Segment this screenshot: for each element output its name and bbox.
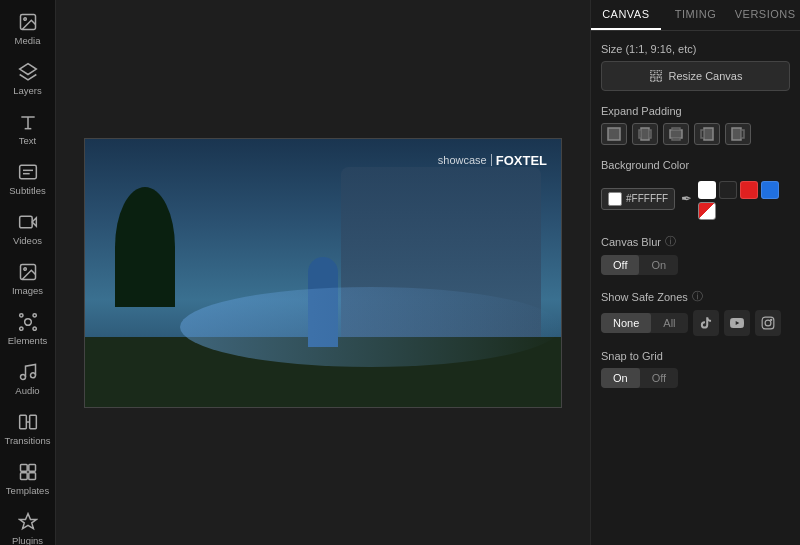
watermark-divider <box>491 154 492 166</box>
canvas-blur-toggle: Off On <box>601 255 678 275</box>
color-hex-text: #FFFFFF <box>626 193 668 204</box>
watermark-foxtel: FOXTEL <box>496 153 547 168</box>
sidebar-label-subtitles: Subtitles <box>9 185 45 196</box>
swatch-diagonal[interactable] <box>698 202 716 220</box>
sidebar-item-transitions[interactable]: Transitions <box>0 404 55 454</box>
svg-point-1 <box>23 18 25 20</box>
sidebar-label-templates: Templates <box>6 485 49 496</box>
swatch-blue[interactable] <box>761 181 779 199</box>
expand-icon-1[interactable] <box>632 123 658 145</box>
canvas-blur-on-button[interactable]: On <box>639 255 678 275</box>
music-icon <box>18 362 38 382</box>
svg-point-45 <box>765 320 771 326</box>
scene-tree <box>115 187 175 307</box>
svg-rect-30 <box>657 71 661 75</box>
svg-point-12 <box>23 268 25 271</box>
svg-rect-41 <box>701 130 704 138</box>
background-color-section: Background Color #FFFFFF ✒ <box>601 159 790 220</box>
svg-rect-24 <box>28 465 35 472</box>
canvas-preview[interactable]: showcase FOXTEL <box>84 138 562 408</box>
svg-rect-26 <box>28 473 35 480</box>
resize-icon <box>649 69 663 83</box>
swatch-white[interactable] <box>698 181 716 199</box>
expand-sides-icon <box>638 127 652 141</box>
safe-zone-youtube-icon[interactable] <box>724 310 750 336</box>
sidebar-label-images: Images <box>12 285 43 296</box>
sidebar-item-elements[interactable]: Elements <box>0 304 55 354</box>
photo-icon <box>18 262 38 282</box>
background-color-label: Background Color <box>601 159 790 171</box>
svg-rect-9 <box>19 216 32 228</box>
color-swatch-white <box>608 192 622 206</box>
svg-marker-2 <box>19 64 36 75</box>
preset-color-swatches <box>698 181 790 220</box>
eyedropper-icon[interactable]: ✒ <box>681 191 692 206</box>
svg-rect-20 <box>19 415 26 428</box>
canvas-blur-help-icon[interactable]: ⓘ <box>665 234 676 249</box>
svg-point-17 <box>33 327 36 330</box>
snap-off-button[interactable]: Off <box>640 368 678 388</box>
svg-rect-29 <box>650 71 654 75</box>
sidebar-item-media[interactable]: Media <box>0 4 55 54</box>
snap-on-button[interactable]: On <box>601 368 640 388</box>
expand-icon-3[interactable] <box>694 123 720 145</box>
sidebar-label-plugins: Plugins <box>12 535 43 545</box>
tab-versions[interactable]: VERSIONS <box>730 0 800 30</box>
expand-right-icon <box>731 127 745 141</box>
expand-icon-2[interactable] <box>663 123 689 145</box>
expand-padding-label: Expand Padding <box>601 105 790 117</box>
tab-timing[interactable]: TIMING <box>661 0 731 30</box>
expand-padding-section: Expand Padding <box>601 105 790 145</box>
safe-zone-all-button[interactable]: All <box>651 313 687 333</box>
sidebar-item-images[interactable]: Images <box>0 254 55 304</box>
expand-icon-0[interactable] <box>601 123 627 145</box>
sidebar-item-plugins[interactable]: Plugins <box>0 504 55 545</box>
watermark: showcase FOXTEL <box>438 153 547 168</box>
expand-fill-icon <box>607 127 621 141</box>
sidebar-item-audio[interactable]: Audio <box>0 354 55 404</box>
snap-to-grid-section: Snap to Grid On Off <box>601 350 790 388</box>
svg-rect-33 <box>608 128 620 140</box>
safe-zones-label: Show Safe Zones <box>601 291 688 303</box>
canvas-blur-off-button[interactable]: Off <box>601 255 639 275</box>
right-panel: CANVAS TIMING VERSIONS Size (1:1, 9:16, … <box>590 0 800 545</box>
safe-zone-toggle: None All <box>601 313 688 333</box>
plugins-icon <box>18 512 38 532</box>
image-icon <box>18 12 38 32</box>
safe-zone-tiktok-icon[interactable] <box>693 310 719 336</box>
color-hex-picker[interactable]: #FFFFFF <box>601 188 675 210</box>
canvas-blur-label: Canvas Blur <box>601 236 661 248</box>
elements-icon <box>18 312 38 332</box>
swatch-black[interactable] <box>719 181 737 199</box>
sidebar: Media Layers Text Subtitles Videos Image… <box>0 0 56 545</box>
sidebar-item-subtitles[interactable]: Subtitles <box>0 154 55 204</box>
safe-zones-row: Show Safe Zones ⓘ <box>601 289 790 304</box>
safe-zones-controls: None All <box>601 310 790 336</box>
sidebar-label-transitions: Transitions <box>4 435 50 446</box>
svg-point-14 <box>19 314 22 317</box>
panel-tabs: CANVAS TIMING VERSIONS <box>591 0 800 31</box>
swatch-red[interactable] <box>740 181 758 199</box>
transitions-icon <box>18 412 38 432</box>
expand-icon-4[interactable] <box>725 123 751 145</box>
safe-zones-help-icon[interactable]: ⓘ <box>692 289 703 304</box>
resize-canvas-button[interactable]: Resize Canvas <box>601 61 790 91</box>
sidebar-label-audio: Audio <box>15 385 39 396</box>
tab-canvas[interactable]: CANVAS <box>591 0 661 30</box>
sidebar-item-text[interactable]: Text <box>0 104 55 154</box>
sidebar-item-videos[interactable]: Videos <box>0 204 55 254</box>
scene-smoke <box>180 287 561 367</box>
sidebar-item-layers[interactable]: Layers <box>0 54 55 104</box>
svg-point-46 <box>770 319 771 320</box>
svg-point-15 <box>33 314 36 317</box>
expand-padding-icons <box>601 123 790 145</box>
svg-rect-43 <box>741 130 744 138</box>
safe-zone-none-button[interactable]: None <box>601 313 651 333</box>
canvas-area: showcase FOXTEL <box>56 0 590 545</box>
svg-rect-32 <box>657 77 661 81</box>
svg-rect-21 <box>29 415 36 428</box>
safe-zone-instagram-icon[interactable] <box>755 310 781 336</box>
sidebar-item-templates[interactable]: Templates <box>0 454 55 504</box>
canvas-blur-row: Canvas Blur ⓘ <box>601 234 790 249</box>
svg-point-19 <box>30 373 35 378</box>
